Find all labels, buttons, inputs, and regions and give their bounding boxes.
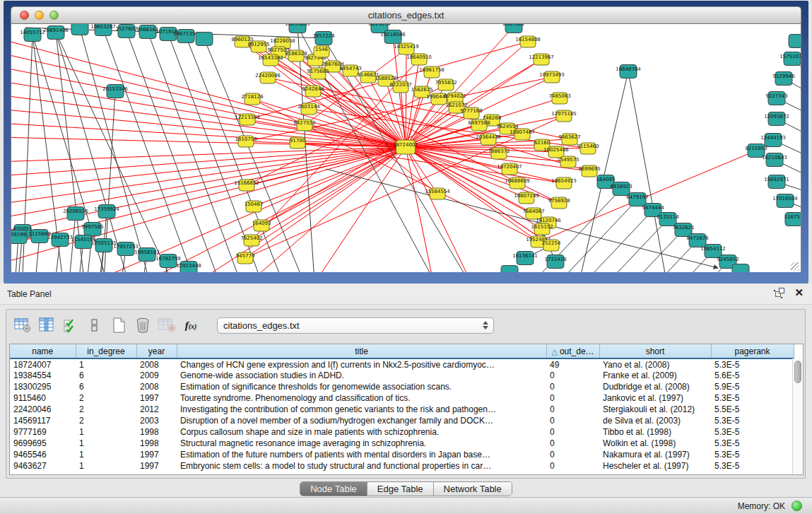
table-row[interactable]: 969969511998Structural magnetic resonanc… <box>10 438 794 449</box>
network-node-teal[interactable]: 12942737 <box>47 233 73 247</box>
network-node-teal[interactable]: 20691406 <box>43 26 69 40</box>
table-row[interactable]: 911546021997Tourette syndrome. Phenomeno… <box>10 392 794 404</box>
network-node-teal[interactable]: 19218586 <box>380 30 406 44</box>
column-header-in_degree[interactable]: in_degree <box>76 344 136 358</box>
table-row[interactable]: 1938455462009Genome-wide association stu… <box>10 370 794 381</box>
network-node-teal[interactable]: 12923448 <box>176 262 201 273</box>
network-node-yellow[interactable]: 945779 <box>236 252 255 264</box>
network-node-yellow[interactable]: 1615152 <box>531 223 553 235</box>
network-node-teal[interactable]: 14671355 <box>173 30 199 43</box>
network-node-teal[interactable]: 16136141 <box>512 252 538 265</box>
network-node-yellow[interactable]: 15584554 <box>425 188 450 199</box>
table-select-dropdown[interactable]: citations_edges.txt <box>217 317 494 334</box>
network-node-teal[interactable] <box>501 266 518 273</box>
network-node-yellow[interactable]: 7955812 <box>435 79 457 90</box>
close-panel-icon[interactable]: ✕ <box>794 288 804 297</box>
network-node-yellow[interactable]: 2803144 <box>298 103 320 115</box>
network-hub-node[interactable]: 18724007 <box>393 140 418 154</box>
select-rows-button[interactable] <box>60 315 81 336</box>
network-node-teal[interactable]: 17359924 <box>94 205 119 218</box>
scrollbar-thumb[interactable] <box>794 361 801 383</box>
network-node-teal[interactable]: 9129946 <box>772 72 795 86</box>
network-node-teal[interactable] <box>71 24 88 35</box>
network-node-teal[interactable]: 14055712 <box>20 28 45 42</box>
network-node-yellow[interactable]: 8222037 <box>389 81 411 93</box>
network-node-teal[interactable]: 9227343 <box>765 92 787 105</box>
network-node-yellow[interactable]: 22420046 <box>255 72 281 83</box>
column-header-pagerank[interactable]: pagerank <box>711 344 794 358</box>
network-node-teal[interactable]: 9997585 <box>81 223 103 236</box>
column-header-out_de[interactable]: △out_de… <box>546 344 599 358</box>
network-node-teal[interactable]: 20153346 <box>102 85 128 98</box>
network-node-teal[interactable]: 15751074 <box>779 52 801 66</box>
table-scrollbar[interactable] <box>792 358 803 474</box>
network-node-yellow[interactable]: 164093 <box>252 220 271 231</box>
table-row[interactable]: 1456911722003Disruption of a novel membe… <box>10 415 794 426</box>
network-node-yellow[interactable]: 9115460 <box>577 143 599 154</box>
new-column-button[interactable] <box>108 315 129 336</box>
network-node-yellow[interactable]: 19654923 <box>551 177 577 189</box>
network-node-yellow[interactable]: 9756928 <box>548 197 570 209</box>
network-node-teal[interactable]: 16648784 <box>616 65 641 78</box>
network-node-yellow[interactable]: 9175685 <box>307 68 329 79</box>
network-node-teal[interactable] <box>732 264 749 273</box>
network-node-teal[interactable]: 116753 <box>784 213 801 226</box>
column-header-short[interactable]: short <box>599 344 711 358</box>
network-node-teal[interactable]: 15692971 <box>764 175 789 189</box>
network-node-yellow[interactable]: 1549575 <box>557 156 579 168</box>
network-node-yellow[interactable]: 9777169 <box>460 107 482 119</box>
network-node-yellow[interactable]: 9699695 <box>578 165 600 177</box>
network-node-yellow[interactable]: 18807249 <box>514 192 539 204</box>
resize-grip-icon[interactable] <box>791 262 799 271</box>
network-node-yellow[interactable]: 7625402 <box>240 235 262 246</box>
network-node-teal[interactable]: 12444193 <box>760 134 786 147</box>
table-row[interactable]: 946362711997Embryonic stem cells: a mode… <box>10 460 794 472</box>
network-node-yellow[interactable]: 16543382 <box>258 54 283 66</box>
delete-column-button[interactable] <box>132 315 153 336</box>
network-canvas[interactable]: 1405571220691406106532871527602946616110… <box>11 24 801 272</box>
tab-node-table[interactable]: Node Table <box>300 482 367 496</box>
float-panel-icon[interactable] <box>775 288 784 297</box>
network-node-yellow[interactable]: 18640910 <box>406 54 432 65</box>
network-node-yellow[interactable]: 8912955 <box>247 41 269 52</box>
network-node-teal[interactable]: 17016504 <box>772 194 798 208</box>
network-node-teal[interactable]: 1527602 <box>115 25 137 38</box>
network-node-teal[interactable]: 16210643 <box>762 153 787 167</box>
table-row[interactable]: 2242004622012Investigating the contribut… <box>10 404 794 415</box>
network-node-yellow[interactable]: 9242848 <box>302 86 324 97</box>
table-row[interactable]: 1872400712008Changes of HCN gene express… <box>10 358 794 370</box>
network-node-teal[interactable]: 16033809 <box>285 24 310 33</box>
network-node-yellow[interactable]: 10688609 <box>505 177 530 189</box>
tab-network-table[interactable]: Network Table <box>434 482 512 496</box>
network-node-teal[interactable]: 1733426 <box>544 255 567 269</box>
column-header-name[interactable]: name <box>10 344 76 358</box>
network-node-teal[interactable]: 39199 <box>11 230 27 244</box>
network-node-teal[interactable]: 7857224 <box>312 32 335 45</box>
network-node-yellow[interactable]: 7886372 <box>488 148 510 159</box>
network-node-yellow[interactable]: 252254 <box>542 240 561 251</box>
delete-table-button[interactable] <box>156 315 177 336</box>
tab-edge-table[interactable]: Edge Table <box>367 482 434 496</box>
network-node-teal[interactable] <box>196 33 213 46</box>
network-node-yellow[interactable]: 8427552 <box>293 119 315 131</box>
show-columns-button[interactable] <box>36 315 57 336</box>
network-node-teal[interactable]: 2087682 <box>502 24 524 33</box>
table-row[interactable]: 946554611997Estimation of the future num… <box>10 449 794 460</box>
row-height-button[interactable] <box>84 315 105 336</box>
column-header-title[interactable]: title <box>177 344 546 358</box>
network-node-teal[interactable]: 10653287 <box>90 24 116 36</box>
network-node-yellow[interactable]: 6497568 <box>468 119 490 131</box>
table-mode-button[interactable] <box>12 315 33 336</box>
table-row[interactable]: 1830029562008Estimation of significance … <box>10 381 794 392</box>
network-node-yellow[interactable]: 150467 <box>245 201 264 212</box>
network-node-yellow[interactable]: 91700 <box>290 137 305 148</box>
network-node-yellow[interactable]: 1810755 <box>235 136 257 147</box>
network-node-yellow[interactable]: 12213967 <box>529 54 554 65</box>
network-node-yellow[interactable]: 7485063 <box>548 93 570 104</box>
network-window-titlebar[interactable]: citations_edges.txt <box>11 6 801 24</box>
network-node-yellow[interactable]: 15166852 <box>234 180 259 191</box>
network-node-yellow[interactable]: 16154808 <box>515 36 541 47</box>
network-node-teal[interactable]: 8938923 <box>610 182 632 196</box>
network-node-yellow[interactable]: 16961758 <box>419 66 445 78</box>
function-builder-button[interactable]: f(x) <box>180 315 201 336</box>
